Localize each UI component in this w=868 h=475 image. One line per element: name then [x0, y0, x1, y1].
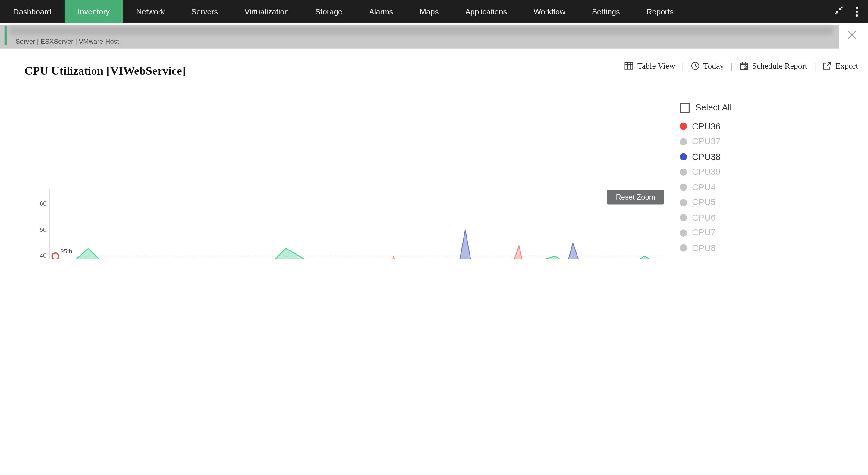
legend-item-cpu38[interactable]: CPU38 [680, 149, 863, 165]
nav-item-workflow[interactable]: Workflow [520, 0, 578, 23]
redacted-device-name [9, 27, 834, 35]
svg-text:95th: 95th [60, 248, 72, 255]
nav-item-storage[interactable]: Storage [302, 0, 355, 23]
table-view-label: Table View [638, 61, 675, 70]
series-color-dot [680, 244, 687, 252]
legend-label: CPU37 [692, 137, 721, 146]
page-title: CPU Utilization [VIWebService] [24, 64, 186, 78]
table-view-icon [625, 61, 633, 70]
status-accent-bar [4, 26, 7, 45]
select-all-checkbox[interactable] [680, 103, 690, 113]
series-color-dot [680, 199, 687, 206]
legend-label: CPU38 [692, 152, 721, 162]
series-color-dot [680, 214, 687, 221]
y-tick-label: 50 [29, 226, 47, 233]
series-color-dot [680, 138, 687, 145]
breadcrumb-path: Server | ESXServer | VMware-Host [16, 38, 119, 45]
nav-item-virtualization[interactable]: Virtualization [231, 0, 302, 23]
legend-label: CPU4 [692, 182, 715, 192]
collapse-icon[interactable] [834, 5, 844, 18]
y-tick-label: 40 [29, 252, 47, 259]
nav-item-network[interactable]: Network [123, 0, 178, 23]
export-label: Export [835, 61, 858, 70]
calendar-icon [739, 61, 748, 70]
kebab-menu-icon[interactable] [854, 4, 860, 19]
close-icon[interactable] [845, 28, 859, 41]
nav-item-inventory[interactable]: Inventory [64, 0, 123, 23]
export-icon [823, 61, 832, 70]
nav-item-settings[interactable]: Settings [579, 0, 633, 23]
legend-label: CPU39 [692, 167, 721, 177]
report-toolbar: Table View | Today | Schedule Report | E… [625, 59, 858, 73]
legend-label: CPU8 [692, 243, 715, 253]
nav-item-servers[interactable]: Servers [178, 0, 231, 23]
nav-items: DashboardInventoryNetworkServersVirtuali… [0, 0, 687, 23]
top-nav: DashboardInventoryNetworkServersVirtuali… [0, 0, 868, 23]
series-color-dot [680, 153, 687, 161]
select-all-label: Select All [695, 103, 732, 113]
app-root: DashboardInventoryNetworkServersVirtuali… [0, 0, 868, 259]
toolbar-separator: | [814, 61, 816, 70]
legend-label: CPU6 [692, 213, 715, 223]
legend-item-cpu7[interactable]: CPU7 [680, 225, 863, 240]
nav-item-reports[interactable]: Reports [633, 0, 687, 23]
series-color-dot [680, 169, 687, 176]
export-button[interactable]: Export [823, 61, 858, 70]
legend-label: CPU7 [692, 228, 715, 238]
nav-item-applications[interactable]: Applications [452, 0, 521, 23]
series-color-dot [680, 229, 687, 237]
legend-label: CPU9 [692, 258, 715, 259]
legend-items: CPU36CPU37CPU38CPU39CPU4CPU5CPU6CPU7CPU8… [680, 119, 863, 259]
legend-item-cpu8[interactable]: CPU8 [680, 240, 863, 256]
select-all-checkbox-row[interactable]: Select All [680, 103, 863, 113]
nav-icons [834, 0, 860, 23]
breadcrumb: Server | ESXServer | VMware-Host [0, 25, 839, 49]
legend-item-cpu9[interactable]: CPU9 [680, 256, 863, 259]
legend-item-cpu5[interactable]: CPU5 [680, 195, 863, 210]
nav-item-alarms[interactable]: Alarms [355, 0, 406, 23]
toolbar-separator: | [731, 61, 733, 70]
schedule-report-label: Schedule Report [752, 61, 807, 70]
legend-item-cpu37[interactable]: CPU37 [680, 134, 863, 149]
legend-item-cpu4[interactable]: CPU4 [680, 180, 863, 195]
nav-item-maps[interactable]: Maps [407, 0, 452, 23]
table-view-button[interactable]: Table View [625, 61, 675, 70]
cpu-utilization-chart-region: Reset Zoom 95th95th95th 102030405060 09:… [0, 89, 675, 259]
legend-label: CPU36 [692, 122, 721, 132]
schedule-report-button[interactable]: Schedule Report [739, 61, 807, 70]
cpu-utilization-chart[interactable]: 95th95th95th [49, 187, 665, 259]
period-label: Today [704, 61, 724, 70]
legend-label: CPU5 [692, 198, 715, 207]
legend-item-cpu39[interactable]: CPU39 [680, 164, 863, 180]
legend-item-cpu6[interactable]: CPU6 [680, 210, 863, 226]
toolbar-separator: | [682, 61, 684, 70]
period-today-button[interactable]: Today [690, 61, 724, 70]
legend-item-cpu36[interactable]: CPU36 [680, 119, 863, 134]
series-legend-panel: Select All CPU36CPU37CPU38CPU39CPU4CPU5C… [680, 103, 863, 259]
clock-icon [690, 61, 699, 70]
series-color-dot [680, 183, 687, 191]
nav-item-dashboard[interactable]: Dashboard [0, 0, 64, 23]
series-color-dot [680, 123, 687, 130]
y-tick-label: 60 [29, 200, 47, 206]
